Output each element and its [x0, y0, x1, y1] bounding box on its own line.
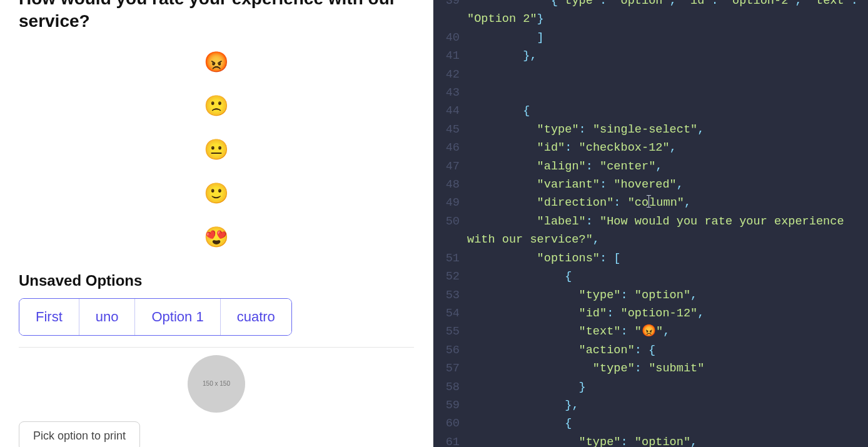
line-number: 45 [433, 121, 467, 139]
code-line[interactable]: 48 "variant": "hovered", [433, 176, 868, 194]
code-content[interactable]: "text": "😡", [467, 323, 868, 341]
unsaved-option-option1[interactable]: Option 1 [134, 299, 220, 335]
code-line[interactable]: 56 "action": { [433, 341, 868, 359]
image-placeholder: 150 x 150 [188, 355, 245, 413]
line-number: 43 [433, 84, 467, 102]
code-content[interactable]: "id": "option-12", [467, 304, 868, 323]
code-content[interactable]: {"type": "option", "id": "option-2", "te… [467, 0, 868, 10]
code-line[interactable]: 61 "type": "option", [433, 433, 868, 447]
code-line[interactable]: "Option 2"} [433, 10, 868, 28]
line-number: 53 [433, 286, 467, 304]
code-content[interactable]: "variant": "hovered", [467, 176, 868, 194]
rating-option-angry[interactable]: 😡 [204, 52, 229, 72]
pick-option-button[interactable]: Pick option to print [19, 421, 140, 447]
code-content[interactable]: }, [467, 47, 868, 65]
line-number: 52 [433, 268, 467, 286]
line-number: 41 [433, 47, 467, 65]
code-line[interactable]: 46 "id": "checkbox-12", [433, 139, 868, 157]
code-content[interactable]: { [467, 414, 868, 433]
code-editor-pane[interactable]: 39 {"type": "option", "id": "option-2", … [433, 0, 868, 447]
unsaved-option-first[interactable]: First [19, 299, 79, 335]
code-line[interactable]: 42 [433, 66, 868, 84]
image-placeholder-label: 150 x 150 [203, 380, 230, 387]
code-line[interactable]: 55 "text": "😡", [433, 323, 868, 341]
line-number: 51 [433, 249, 467, 268]
code-content[interactable]: "options": [ [467, 249, 868, 268]
code-content[interactable]: "id": "checkbox-12", [467, 139, 868, 157]
code-line[interactable]: 57 "type": "submit" [433, 359, 868, 378]
code-line[interactable]: 54 "id": "option-12", [433, 304, 868, 323]
line-number: 58 [433, 378, 467, 396]
line-number: 61 [433, 433, 467, 447]
code-content[interactable]: { [467, 102, 868, 120]
preview-footer: 150 x 150 [19, 347, 414, 413]
rating-question-label: How would you rate your experience with … [19, 0, 414, 33]
code-line[interactable]: 58 } [433, 378, 868, 396]
line-number: 55 [433, 323, 467, 341]
line-number: 40 [433, 29, 467, 47]
code-content[interactable]: "align": "center", [467, 158, 868, 176]
code-content[interactable]: "action": { [467, 341, 868, 359]
line-number: 57 [433, 359, 467, 378]
code-line[interactable]: 60 { [433, 414, 868, 433]
code-line[interactable]: 51 "options": [ [433, 249, 868, 268]
code-content[interactable]: { [467, 268, 868, 286]
unsaved-options-group: First uno Option 1 cuatro [19, 298, 292, 336]
line-number: 39 [433, 0, 467, 10]
text-cursor [648, 195, 649, 208]
rating-option-neutral[interactable]: 😐 [204, 139, 229, 159]
code-content[interactable] [467, 84, 868, 102]
code-content[interactable] [467, 66, 868, 84]
rating-option-happy[interactable]: 🙂 [204, 183, 229, 203]
unsaved-option-cuatro[interactable]: cuatro [220, 299, 291, 335]
code-line[interactable]: 43 [433, 84, 868, 102]
code-line[interactable]: 45 "type": "single-select", [433, 121, 868, 139]
code-line[interactable]: 40 ] [433, 29, 868, 47]
line-number: 48 [433, 176, 467, 194]
code-content[interactable]: } [467, 378, 868, 396]
rating-options-column: 😡 🙁 😐 🙂 😍 [19, 52, 414, 247]
line-number: 50 [433, 213, 467, 231]
code-content[interactable]: "type": "option", [467, 286, 868, 304]
code-line[interactable]: 49 "direction": "column", [433, 194, 868, 212]
code-line[interactable]: 44 { [433, 102, 868, 120]
line-number: 54 [433, 304, 467, 323]
line-number: 60 [433, 414, 467, 433]
line-number: 56 [433, 341, 467, 359]
code-content[interactable]: }, [467, 396, 868, 414]
code-content[interactable]: "type": "submit" [467, 359, 868, 378]
line-number [433, 231, 467, 249]
preview-pane: How would you rate your experience with … [0, 0, 433, 447]
code-line[interactable]: 41 }, [433, 47, 868, 65]
line-number: 46 [433, 139, 467, 157]
unsaved-options-heading: Unsaved Options [19, 272, 414, 289]
code-content[interactable]: "direction": "column", [467, 194, 868, 212]
code-content[interactable]: "Option 2"} [467, 10, 868, 28]
line-number: 44 [433, 102, 467, 120]
code-content[interactable]: "type": "single-select", [467, 121, 868, 139]
code-line[interactable]: 53 "type": "option", [433, 286, 868, 304]
code-line[interactable]: 50 "label": "How would you rate your exp… [433, 213, 868, 231]
code-content[interactable]: "label": "How would you rate your experi… [467, 213, 868, 231]
code-line[interactable]: 59 }, [433, 396, 868, 414]
unsaved-option-uno[interactable]: uno [79, 299, 135, 335]
code-line[interactable]: with our service?", [433, 231, 868, 249]
rating-option-love[interactable]: 😍 [204, 227, 229, 247]
line-number: 49 [433, 194, 467, 212]
code-lines-container: 39 {"type": "option", "id": "option-2", … [433, 0, 868, 447]
code-line[interactable]: 47 "align": "center", [433, 158, 868, 176]
rating-option-sad[interactable]: 🙁 [204, 96, 229, 116]
preview-content: How would you rate your experience with … [0, 0, 433, 413]
line-number [433, 10, 467, 28]
line-number: 59 [433, 396, 467, 414]
line-number: 42 [433, 66, 467, 84]
code-content[interactable]: "type": "option", [467, 433, 868, 447]
code-line[interactable]: 52 { [433, 268, 868, 286]
line-number: 47 [433, 158, 467, 176]
code-content[interactable]: ] [467, 29, 868, 47]
code-line[interactable]: 39 {"type": "option", "id": "option-2", … [433, 0, 868, 10]
code-content[interactable]: with our service?", [467, 231, 868, 249]
